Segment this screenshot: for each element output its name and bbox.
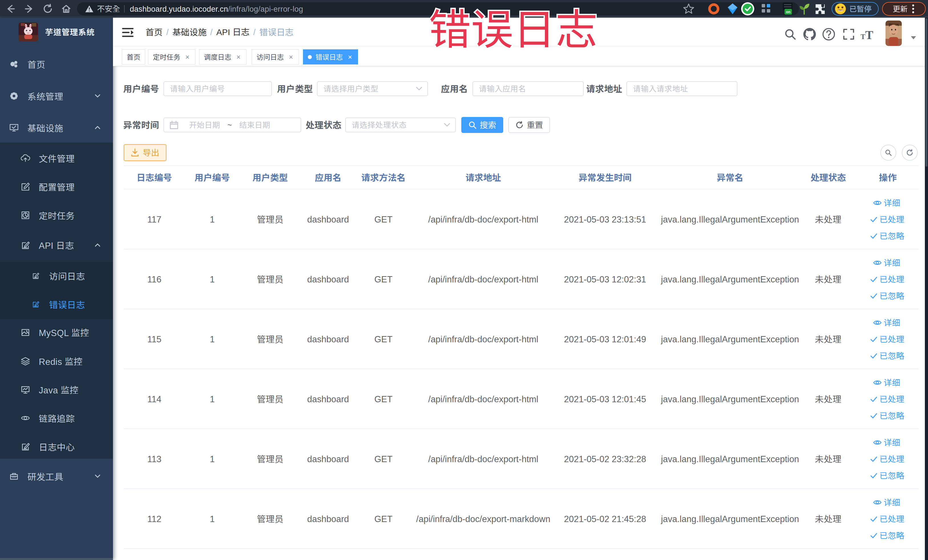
svg-text:T: T — [865, 29, 873, 41]
svg-text:错误日志: 错误日志 — [429, 3, 598, 53]
svg-text:T: T — [861, 33, 865, 41]
svg-text:on: on — [786, 10, 791, 14]
